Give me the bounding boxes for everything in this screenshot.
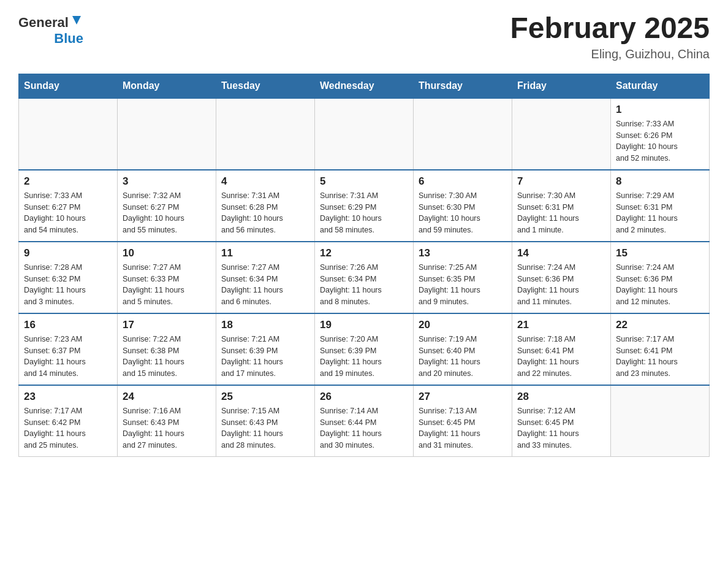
calendar-cell: 7Sunrise: 7:30 AM Sunset: 6:31 PM Daylig… bbox=[512, 170, 611, 242]
day-number: 15 bbox=[616, 247, 704, 259]
calendar-cell: 4Sunrise: 7:31 AM Sunset: 6:28 PM Daylig… bbox=[216, 170, 315, 242]
day-header-saturday: Saturday bbox=[611, 74, 710, 98]
day-number: 3 bbox=[123, 175, 211, 188]
day-info: Sunrise: 7:32 AM Sunset: 6:27 PM Dayligh… bbox=[123, 190, 211, 236]
calendar-week-row: 1Sunrise: 7:33 AM Sunset: 6:26 PM Daylig… bbox=[19, 98, 710, 170]
calendar-cell: 14Sunrise: 7:24 AM Sunset: 6:36 PM Dayli… bbox=[512, 242, 611, 313]
day-info: Sunrise: 7:19 AM Sunset: 6:40 PM Dayligh… bbox=[419, 334, 507, 380]
day-info: Sunrise: 7:33 AM Sunset: 6:26 PM Dayligh… bbox=[616, 118, 704, 164]
day-header-sunday: Sunday bbox=[19, 74, 118, 98]
calendar-cell: 28Sunrise: 7:12 AM Sunset: 6:45 PM Dayli… bbox=[512, 385, 611, 457]
day-number: 26 bbox=[320, 391, 408, 403]
day-number: 23 bbox=[24, 391, 112, 403]
calendar-cell bbox=[611, 385, 710, 457]
month-title: February 2025 bbox=[510, 12, 710, 45]
day-number: 9 bbox=[24, 247, 112, 259]
day-info: Sunrise: 7:16 AM Sunset: 6:43 PM Dayligh… bbox=[123, 405, 211, 451]
calendar-cell: 6Sunrise: 7:30 AM Sunset: 6:30 PM Daylig… bbox=[414, 170, 512, 242]
calendar-cell: 19Sunrise: 7:20 AM Sunset: 6:39 PM Dayli… bbox=[315, 313, 414, 385]
day-info: Sunrise: 7:20 AM Sunset: 6:39 PM Dayligh… bbox=[320, 334, 408, 380]
day-info: Sunrise: 7:24 AM Sunset: 6:36 PM Dayligh… bbox=[616, 262, 704, 308]
day-number: 4 bbox=[221, 175, 309, 188]
day-header-friday: Friday bbox=[512, 74, 611, 98]
calendar-header-row: SundayMondayTuesdayWednesdayThursdayFrid… bbox=[19, 74, 710, 98]
logo-blue: Blue bbox=[54, 31, 83, 47]
calendar-week-row: 23Sunrise: 7:17 AM Sunset: 6:42 PM Dayli… bbox=[19, 385, 710, 457]
logo: General Blue bbox=[18, 12, 83, 47]
day-number: 22 bbox=[616, 319, 704, 331]
day-info: Sunrise: 7:13 AM Sunset: 6:45 PM Dayligh… bbox=[419, 405, 507, 451]
calendar-cell: 26Sunrise: 7:14 AM Sunset: 6:44 PM Dayli… bbox=[315, 385, 414, 457]
day-header-wednesday: Wednesday bbox=[315, 74, 414, 98]
calendar-week-row: 9Sunrise: 7:28 AM Sunset: 6:32 PM Daylig… bbox=[19, 242, 710, 313]
calendar-cell bbox=[512, 98, 611, 170]
logo-arrow-icon bbox=[70, 13, 83, 27]
calendar-cell: 24Sunrise: 7:16 AM Sunset: 6:43 PM Dayli… bbox=[118, 385, 216, 457]
calendar-cell: 11Sunrise: 7:27 AM Sunset: 6:34 PM Dayli… bbox=[216, 242, 315, 313]
day-info: Sunrise: 7:18 AM Sunset: 6:41 PM Dayligh… bbox=[517, 334, 605, 380]
day-info: Sunrise: 7:12 AM Sunset: 6:45 PM Dayligh… bbox=[517, 405, 605, 451]
day-info: Sunrise: 7:25 AM Sunset: 6:35 PM Dayligh… bbox=[419, 262, 507, 308]
day-number: 14 bbox=[517, 247, 605, 259]
day-info: Sunrise: 7:15 AM Sunset: 6:43 PM Dayligh… bbox=[221, 405, 309, 451]
day-header-monday: Monday bbox=[118, 74, 216, 98]
day-info: Sunrise: 7:24 AM Sunset: 6:36 PM Dayligh… bbox=[517, 262, 605, 308]
day-number: 17 bbox=[123, 319, 211, 331]
day-number: 25 bbox=[221, 391, 309, 403]
calendar-cell: 12Sunrise: 7:26 AM Sunset: 6:34 PM Dayli… bbox=[315, 242, 414, 313]
day-info: Sunrise: 7:21 AM Sunset: 6:39 PM Dayligh… bbox=[221, 334, 309, 380]
day-number: 20 bbox=[419, 319, 507, 331]
calendar-table: SundayMondayTuesdayWednesdayThursdayFrid… bbox=[18, 74, 710, 457]
day-info: Sunrise: 7:28 AM Sunset: 6:32 PM Dayligh… bbox=[24, 262, 112, 308]
day-number: 18 bbox=[221, 319, 309, 331]
calendar-week-row: 16Sunrise: 7:23 AM Sunset: 6:37 PM Dayli… bbox=[19, 313, 710, 385]
day-number: 6 bbox=[419, 175, 507, 188]
calendar-cell bbox=[19, 98, 118, 170]
calendar-cell: 22Sunrise: 7:17 AM Sunset: 6:41 PM Dayli… bbox=[611, 313, 710, 385]
logo-general: General bbox=[18, 15, 69, 31]
day-number: 5 bbox=[320, 175, 408, 188]
calendar-cell: 18Sunrise: 7:21 AM Sunset: 6:39 PM Dayli… bbox=[216, 313, 315, 385]
title-section: February 2025 Eling, Guizhou, China bbox=[510, 12, 710, 61]
calendar-cell: 2Sunrise: 7:33 AM Sunset: 6:27 PM Daylig… bbox=[19, 170, 118, 242]
day-number: 19 bbox=[320, 319, 408, 331]
calendar-cell: 13Sunrise: 7:25 AM Sunset: 6:35 PM Dayli… bbox=[414, 242, 512, 313]
day-number: 11 bbox=[221, 247, 309, 259]
calendar-cell: 27Sunrise: 7:13 AM Sunset: 6:45 PM Dayli… bbox=[414, 385, 512, 457]
calendar-cell bbox=[118, 98, 216, 170]
day-info: Sunrise: 7:17 AM Sunset: 6:42 PM Dayligh… bbox=[24, 405, 112, 451]
day-header-thursday: Thursday bbox=[414, 74, 512, 98]
calendar-cell: 3Sunrise: 7:32 AM Sunset: 6:27 PM Daylig… bbox=[118, 170, 216, 242]
calendar-cell: 17Sunrise: 7:22 AM Sunset: 6:38 PM Dayli… bbox=[118, 313, 216, 385]
calendar-cell: 15Sunrise: 7:24 AM Sunset: 6:36 PM Dayli… bbox=[611, 242, 710, 313]
day-number: 24 bbox=[123, 391, 211, 403]
calendar-cell: 25Sunrise: 7:15 AM Sunset: 6:43 PM Dayli… bbox=[216, 385, 315, 457]
day-info: Sunrise: 7:27 AM Sunset: 6:34 PM Dayligh… bbox=[221, 262, 309, 308]
svg-marker-0 bbox=[72, 16, 81, 25]
day-number: 10 bbox=[123, 247, 211, 259]
calendar-cell: 16Sunrise: 7:23 AM Sunset: 6:37 PM Dayli… bbox=[19, 313, 118, 385]
calendar-cell bbox=[315, 98, 414, 170]
day-info: Sunrise: 7:33 AM Sunset: 6:27 PM Dayligh… bbox=[24, 190, 112, 236]
calendar-cell: 21Sunrise: 7:18 AM Sunset: 6:41 PM Dayli… bbox=[512, 313, 611, 385]
day-number: 12 bbox=[320, 247, 408, 259]
day-number: 13 bbox=[419, 247, 507, 259]
day-number: 1 bbox=[616, 104, 704, 116]
day-info: Sunrise: 7:27 AM Sunset: 6:33 PM Dayligh… bbox=[123, 262, 211, 308]
calendar-cell bbox=[216, 98, 315, 170]
day-number: 21 bbox=[517, 319, 605, 331]
day-info: Sunrise: 7:31 AM Sunset: 6:29 PM Dayligh… bbox=[320, 190, 408, 236]
calendar-cell: 5Sunrise: 7:31 AM Sunset: 6:29 PM Daylig… bbox=[315, 170, 414, 242]
day-number: 7 bbox=[517, 175, 605, 188]
day-info: Sunrise: 7:30 AM Sunset: 6:31 PM Dayligh… bbox=[517, 190, 605, 236]
day-number: 16 bbox=[24, 319, 112, 331]
day-info: Sunrise: 7:31 AM Sunset: 6:28 PM Dayligh… bbox=[221, 190, 309, 236]
calendar-cell: 8Sunrise: 7:29 AM Sunset: 6:31 PM Daylig… bbox=[611, 170, 710, 242]
day-info: Sunrise: 7:14 AM Sunset: 6:44 PM Dayligh… bbox=[320, 405, 408, 451]
day-number: 28 bbox=[517, 391, 605, 403]
calendar-cell: 10Sunrise: 7:27 AM Sunset: 6:33 PM Dayli… bbox=[118, 242, 216, 313]
calendar-cell: 9Sunrise: 7:28 AM Sunset: 6:32 PM Daylig… bbox=[19, 242, 118, 313]
calendar-cell: 1Sunrise: 7:33 AM Sunset: 6:26 PM Daylig… bbox=[611, 98, 710, 170]
day-info: Sunrise: 7:23 AM Sunset: 6:37 PM Dayligh… bbox=[24, 334, 112, 380]
day-info: Sunrise: 7:29 AM Sunset: 6:31 PM Dayligh… bbox=[616, 190, 704, 236]
